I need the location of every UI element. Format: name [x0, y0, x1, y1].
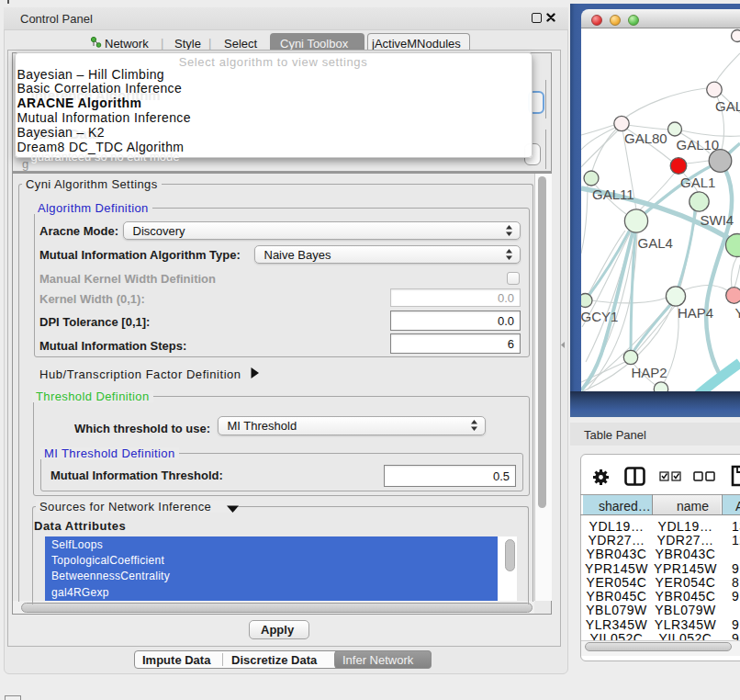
svg-text:GAL11: GAL11: [592, 186, 634, 202]
svg-text:YM: YM: [735, 305, 740, 321]
svg-text:HAP2: HAP2: [632, 365, 667, 380]
svg-text:HAP4: HAP4: [678, 305, 713, 321]
svg-text:GAL7: GAL7: [715, 98, 740, 114]
svg-text:SWI4: SWI4: [701, 212, 734, 228]
svg-text:GAL80: GAL80: [624, 130, 667, 146]
svg-text:GAL1: GAL1: [680, 175, 715, 190]
svg-text:GCY1: GCY1: [581, 309, 618, 324]
svg-text:GAL10: GAL10: [677, 137, 720, 152]
svg-text:GAL4: GAL4: [638, 235, 673, 251]
